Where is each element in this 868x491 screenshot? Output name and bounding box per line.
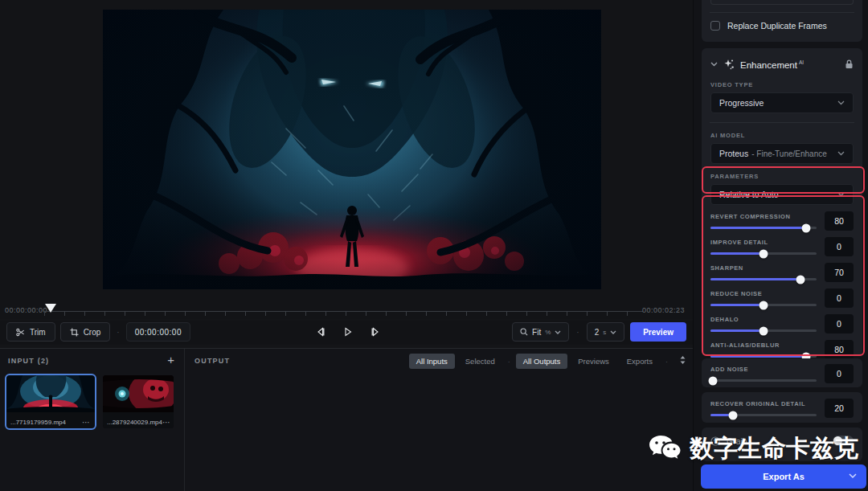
play-button[interactable]: [339, 322, 357, 342]
timeline-end-timecode: 00:00:02:23: [642, 306, 685, 314]
sort-arrows-icon: [679, 355, 686, 365]
thumbnail-1-image: [6, 375, 95, 412]
parameters-dropdown[interactable]: Relative to Auto: [710, 184, 854, 205]
tab-all-outputs[interactable]: All Outputs: [516, 354, 567, 369]
slider-track[interactable]: [710, 355, 817, 358]
enhancement-card: EnhancementAI VIDEO TYPE Progressive AI …: [702, 48, 862, 356]
video-type-dropdown[interactable]: Progressive: [710, 92, 854, 113]
slider-thumb[interactable]: [708, 376, 717, 385]
video-preview[interactable]: [103, 10, 601, 289]
param-dehalo: DEHALO 0: [710, 311, 854, 337]
slider-track[interactable]: [710, 304, 817, 306]
param-improve-detail: IMPROVE DETAIL 0: [710, 234, 854, 260]
ai-model-dropdown[interactable]: Proteus - Fine-Tune/Enhance: [710, 143, 854, 164]
fit-unit: %: [545, 329, 551, 336]
current-timecode-value: 00:00:00:00: [135, 328, 182, 337]
slider-value[interactable]: 0: [825, 364, 854, 383]
parameter-sliders: REVERT COMPRESSION 80 IMPROVE DETAIL 0 S…: [710, 208, 854, 362]
ai-model-label: AI MODEL: [710, 132, 854, 139]
slider-thumb[interactable]: [801, 223, 810, 232]
divider: [710, 12, 854, 13]
slider-label: RECOVER ORIGINAL DETAIL: [710, 400, 817, 407]
slider-thumb[interactable]: [760, 301, 768, 309]
param-add-noise: ADD NOISE 0: [710, 362, 854, 385]
slider-thumb[interactable]: [760, 326, 768, 335]
timeline-start-timecode: 00:00:00:00: [5, 306, 47, 314]
input-thumbnail-1[interactable]: ...7719179959.mp4 ⋯: [6, 375, 95, 428]
slider-thumb[interactable]: [760, 249, 768, 258]
slider-value[interactable]: 20: [825, 399, 854, 418]
main-area: 00:00:00:00 00:00:02:23 Trim Crop: [0, 0, 693, 491]
slider-track[interactable]: [710, 379, 817, 382]
replace-duplicate-frames-row[interactable]: Replace Duplicate Frames: [710, 21, 854, 31]
add-input-button[interactable]: +: [167, 354, 174, 366]
preview-duration-dropdown[interactable]: 2 s: [587, 322, 625, 342]
tabs-separator-dot: ·: [506, 358, 513, 366]
timeline-ruler[interactable]: [44, 311, 643, 316]
input-header: INPUT (2): [8, 357, 49, 365]
slider-value[interactable]: 0: [825, 288, 854, 308]
slider-value[interactable]: 70: [825, 263, 854, 282]
slider-track[interactable]: [710, 227, 817, 229]
sparkles-icon: [723, 59, 735, 70]
ellipsis-icon: ⋯: [162, 418, 171, 427]
parameters-label: PARAMETERS: [710, 173, 854, 180]
step-back-button[interactable]: [312, 322, 330, 342]
trim-button[interactable]: Trim: [6, 322, 55, 342]
settings-sidebar: Replace Duplicate Frames EnhancementAI V…: [693, 0, 868, 491]
replace-frames-label: Replace Duplicate Frames: [727, 21, 827, 31]
preview-label: Preview: [643, 328, 674, 337]
slider-track[interactable]: [710, 329, 817, 332]
frame-interpolation-card: Replace Duplicate Frames: [702, 0, 862, 42]
chevron-down-icon: [710, 62, 718, 67]
input-thumbnail-2[interactable]: ...2879240029.mp4 ⋯: [103, 375, 174, 428]
slider-thumb[interactable]: [796, 275, 805, 284]
topaz-video-ai-window: 00:00:00:00 00:00:02:23 Trim Crop: [0, 0, 868, 491]
slider-label: REDUCE NOISE: [710, 290, 817, 297]
grain-label: Grain: [727, 436, 747, 446]
grain-toggle[interactable]: [833, 436, 854, 446]
thumbnail-2-image: [103, 375, 174, 412]
checkbox-unchecked[interactable]: [710, 21, 720, 31]
filter-tabs: All Inputs Selected · All Outputs Previe…: [409, 354, 670, 369]
slider-label: SHARPEN: [710, 264, 817, 272]
playhead-marker[interactable]: [45, 304, 56, 313]
play-icon: [343, 327, 353, 337]
slider-track[interactable]: [710, 278, 817, 280]
slider-label: ANTI-ALIAS/DEBLUR: [710, 342, 817, 349]
tab-all-inputs[interactable]: All Inputs: [409, 354, 455, 369]
tab-previews[interactable]: Previews: [571, 354, 616, 369]
slider-value[interactable]: 0: [825, 314, 854, 333]
slider-track[interactable]: [710, 252, 817, 255]
file-name: ...2879240029.mp4: [107, 419, 162, 426]
slider-track[interactable]: [710, 414, 817, 416]
sort-order-button[interactable]: [679, 355, 686, 367]
tab-selected[interactable]: Selected: [458, 354, 502, 369]
output-header: OUTPUT: [194, 357, 230, 365]
cut-off-field[interactable]: [710, 0, 854, 5]
zoom-fit-dropdown[interactable]: Fit %: [512, 322, 569, 342]
export-as-button[interactable]: Export As: [701, 464, 866, 489]
slider-thumb[interactable]: [728, 411, 737, 419]
file-menu-button[interactable]: ⋯: [82, 418, 91, 427]
preview-button[interactable]: Preview: [630, 322, 686, 342]
tab-exports[interactable]: Exports: [620, 354, 660, 369]
chevron-down-icon: [610, 330, 616, 334]
param-sharpen: SHARPEN 70: [710, 260, 854, 285]
slider-label: ADD NOISE: [710, 366, 817, 373]
enhancement-header[interactable]: EnhancementAI: [710, 59, 854, 70]
slider-value[interactable]: 80: [825, 340, 854, 359]
ellipsis-icon: ⋯: [82, 418, 91, 427]
file-menu-button[interactable]: ⋯: [162, 418, 171, 427]
crop-button[interactable]: Crop: [60, 322, 111, 342]
ai-superscript: AI: [799, 59, 804, 65]
media-panel: INPUT (2) +: [0, 348, 693, 491]
toolbar-separator-dot: ·: [575, 328, 580, 337]
slider-value[interactable]: 80: [825, 211, 854, 231]
trim-label: Trim: [30, 328, 46, 337]
lock-icon[interactable]: [845, 59, 854, 69]
crop-icon: [70, 328, 79, 337]
slider-value[interactable]: 0: [825, 237, 854, 256]
step-forward-button[interactable]: [366, 322, 384, 342]
current-timecode-field[interactable]: 00:00:00:00: [126, 322, 190, 342]
